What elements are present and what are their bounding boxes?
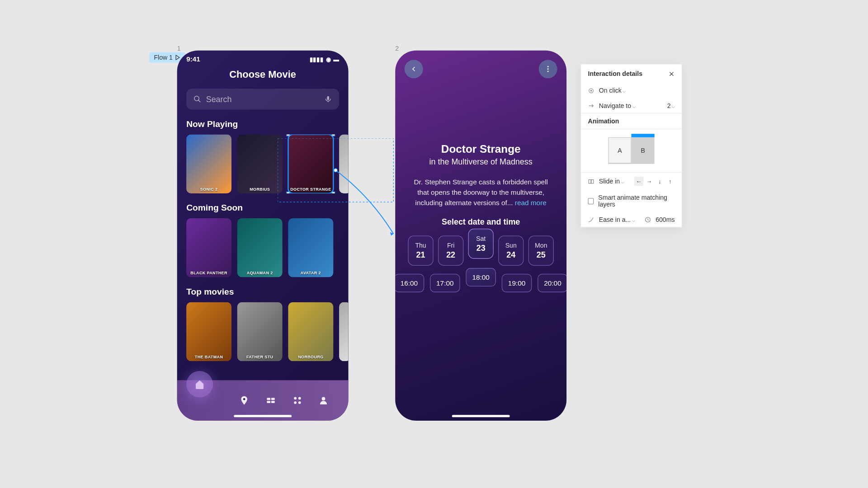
animation-heading: Animation [588,117,619,124]
svg-point-9 [298,397,301,400]
battery-icon: ▬ [333,56,339,62]
poster[interactable]: NORBOURG [288,302,333,361]
location-icon[interactable] [239,395,250,406]
preview-frame-a: A [608,137,631,164]
arrow-left-icon [410,65,418,73]
svg-rect-2 [327,96,329,100]
frame-label-1: 1 [177,45,181,52]
smart-animate-checkbox[interactable] [588,198,594,204]
duration-value[interactable]: 600ms [656,216,675,223]
action-label[interactable]: Navigate to⌵ [599,102,663,109]
dir-down-button[interactable]: ↓ [655,177,664,186]
svg-point-17 [547,71,549,72]
close-icon[interactable] [668,70,675,77]
date-chip[interactable]: Fri22 [438,235,463,266]
wifi-icon: ◉ [326,56,331,62]
movie-description: Dr. Stephen Strange casts a forbidden sp… [395,166,566,208]
section-coming-soon: Coming Soon [186,202,339,212]
dir-up-button[interactable]: ↑ [665,177,675,186]
svg-rect-7 [271,401,275,403]
preview-frame-b: B [631,137,654,164]
date-row: Thu21 Fri22 Sat23 Sun24 Mon25 [395,235,566,266]
status-time: 9:41 [186,55,200,63]
slide-icon [588,178,594,184]
dots-icon [544,65,552,73]
poster-selected[interactable]: DOCTOR STRANGE 100 × 130 [288,134,333,193]
interaction-details-panel: Interaction details On click⌵ Navigate t… [580,64,682,227]
time-row: 16:00 17:00 18:00 19:00 20:00 [395,274,566,292]
date-chip-active[interactable]: Sat23 [468,229,494,259]
frame-1[interactable]: 9:41 ▮▮▮▮ ◉ ▬ Choose Movie Now Playing S… [177,51,349,421]
user-icon[interactable] [318,395,329,406]
svg-line-1 [198,100,200,102]
date-chip[interactable]: Sun24 [498,235,524,266]
search-input[interactable] [206,94,320,103]
status-bar: 9:41 ▮▮▮▮ ◉ ▬ [177,51,349,63]
poster[interactable]: THE BATMAN [186,302,231,361]
svg-point-3 [243,398,245,400]
panel-title: Interaction details [588,70,642,77]
arrow-right-icon [588,102,594,108]
svg-point-19 [590,90,591,91]
svg-point-0 [194,96,199,101]
click-icon [588,87,594,94]
svg-point-10 [294,401,297,404]
movie-title: Doctor Strange [395,143,566,156]
clock-icon [645,216,651,223]
svg-rect-4 [267,398,270,400]
svg-rect-5 [271,398,275,400]
search-bar[interactable] [186,89,339,109]
frame-2[interactable]: Doctor Strange in the Multiverse of Madn… [395,51,566,421]
svg-point-8 [294,397,297,400]
svg-point-12 [322,397,326,401]
time-chip-active[interactable]: 18:00 [466,268,496,286]
animation-type[interactable]: Slide in⌵ [599,178,630,184]
coming-soon-row: BLACK PANTHER AQUAMAN 2 AVATAR 2 [177,218,349,277]
time-chip[interactable]: 19:00 [502,274,532,292]
easing-icon [588,216,594,223]
section-top-movies: Top movies [186,286,339,296]
direction-buttons: ← → ↓ ↑ [634,177,675,186]
mic-icon[interactable] [324,95,332,103]
time-chip[interactable]: 16:00 [395,274,424,292]
easing-label[interactable]: Ease in a...⌵ [599,216,640,223]
poster[interactable]: FATHER STU [237,302,283,361]
movie-subtitle: in the Multiverse of Madness [395,157,566,166]
poster[interactable]: SONIC 2 [186,134,231,193]
animation-preview: A B [581,129,682,173]
time-chip[interactable]: 20:00 [538,274,566,292]
action-target[interactable]: 2⌵ [667,102,675,109]
section-now-playing: Now Playing [186,119,339,129]
dir-right-button[interactable]: → [645,177,654,186]
top-movies-row: THE BATMAN FATHER STU NORBOURG [177,302,349,361]
page-title: Choose Movie [177,69,349,81]
poster[interactable] [339,134,348,193]
svg-rect-20 [589,179,591,183]
more-button[interactable] [539,60,557,78]
poster[interactable]: BLACK PANTHER [186,218,231,277]
grid-icon[interactable] [292,395,302,406]
play-icon [175,55,181,61]
time-chip[interactable]: 17:00 [430,274,460,292]
flow-badge-label: Flow 1 [154,54,172,61]
search-icon [193,95,202,103]
back-button[interactable] [405,60,423,78]
svg-point-11 [298,401,301,404]
trigger-label[interactable]: On click⌵ [599,87,675,94]
poster[interactable]: AVATAR 2 [288,218,333,277]
poster[interactable]: MORBIUS [237,134,283,193]
ticket-icon[interactable] [266,395,276,406]
now-playing-row: SONIC 2 MORBIUS DOCTOR STRANGE 100 × 130 [177,134,349,193]
svg-point-16 [547,68,549,70]
poster[interactable]: AQUAMAN 2 [237,218,283,277]
home-indicator [234,415,292,417]
date-chip[interactable]: Thu21 [408,235,433,266]
dir-left-button[interactable]: ← [634,177,643,186]
signal-icon: ▮▮▮▮ [310,56,324,62]
svg-rect-21 [591,179,594,183]
poster[interactable] [339,302,348,361]
date-chip[interactable]: Mon25 [528,235,554,266]
read-more-link[interactable]: read more [515,199,547,207]
home-indicator [452,415,510,417]
frame-label-2: 2 [395,45,399,52]
